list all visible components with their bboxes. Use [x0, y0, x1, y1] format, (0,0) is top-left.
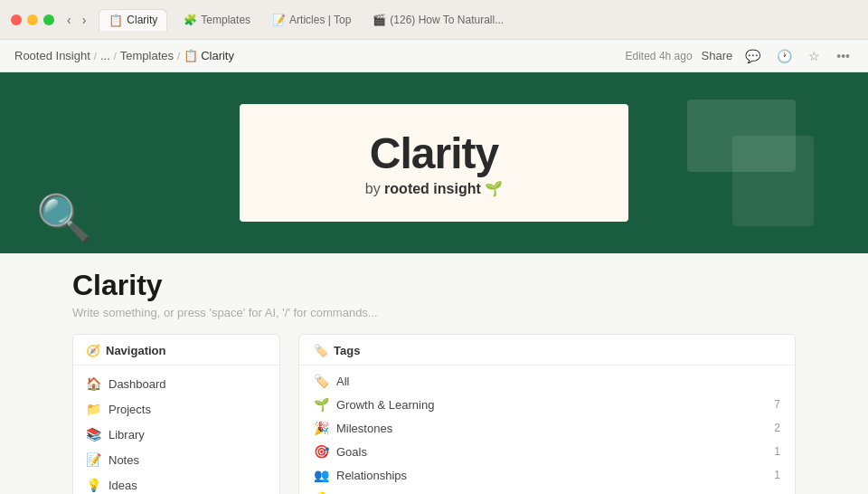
- page-title: Clarity: [72, 268, 796, 302]
- nav-ideas-label: Ideas: [108, 479, 267, 492]
- chat-icon[interactable]: 💬: [741, 47, 764, 65]
- forward-button[interactable]: ›: [80, 13, 89, 27]
- tab-video[interactable]: 🎬 (126) How To Naturall...: [363, 10, 513, 30]
- tags-header-icon: 🏷️: [314, 344, 328, 357]
- projects-icon: 📁: [86, 402, 101, 416]
- close-button[interactable]: [11, 14, 22, 25]
- tag-row-relationships[interactable]: 👥 Relationships 1: [299, 463, 795, 487]
- growth-tag-icon: 🌱: [314, 397, 329, 412]
- breadcrumb-current-icon: 📋: [184, 49, 198, 62]
- relationships-tag-count: 1: [766, 469, 780, 481]
- nav-item-projects[interactable]: 📁 Projects ⚙: [73, 396, 279, 422]
- breadcrumb-current: 📋 Clarity: [184, 49, 234, 62]
- breadcrumb-current-label: Clarity: [201, 49, 234, 62]
- nav-item-ideas[interactable]: 💡 Ideas: [73, 472, 279, 494]
- nav-dashboard-label: Dashboard: [108, 377, 267, 391]
- video-tab-icon: 🎬: [373, 14, 386, 26]
- navigation-items: 🏠 Dashboard 📁 Projects ⚙ 📚 Library 📝 Not…: [73, 366, 279, 494]
- milestones-tag-icon: 🎉: [314, 421, 329, 435]
- star-icon[interactable]: ☆: [805, 47, 824, 65]
- other-tabs: 🧩 Templates 📝 Articles | Top 🎬 (126) How…: [175, 10, 513, 30]
- edited-timestamp: Edited 4h ago: [626, 50, 693, 62]
- traffic-lights: [11, 14, 54, 25]
- nav-item-notes[interactable]: 📝 Notes: [73, 447, 279, 472]
- breadcrumb-rooted-insight[interactable]: Rooted Insight: [14, 49, 90, 62]
- milestones-tag-count: 2: [766, 422, 780, 434]
- articles-tab-icon: 📝: [272, 14, 286, 26]
- tab-icon: 📋: [108, 14, 123, 27]
- library-icon: 📚: [86, 427, 101, 442]
- tag-row-goals[interactable]: 🎯 Goals 1: [299, 440, 795, 463]
- cover-subtitle-pre: by: [365, 181, 384, 196]
- growth-tag-label: Growth & Learning: [336, 398, 766, 412]
- page-title-area: Clarity Write something, or press 'space…: [72, 253, 796, 323]
- templates-tab-icon: 🧩: [184, 14, 197, 26]
- navigation-header: 🧭 Navigation: [73, 335, 279, 366]
- breadcrumb: Rooted Insight / ... / Templates / 📋 Cla…: [14, 49, 234, 62]
- nav-item-library[interactable]: 📚 Library: [73, 422, 279, 447]
- tags-list: 🏷️ All 🌱 Growth & Learning 7 🎉 Milestone…: [299, 366, 795, 494]
- video-tab-label: (126) How To Naturall...: [390, 14, 504, 26]
- top-bar: Rooted Insight / ... / Templates / 📋 Cla…: [0, 40, 868, 72]
- breadcrumb-sep-2: /: [114, 51, 117, 62]
- navigation-header-label: Navigation: [106, 344, 165, 357]
- notes-icon: 📝: [86, 452, 101, 467]
- tags-header: 🏷️ Tags: [299, 335, 795, 366]
- magnifier-icon: 🔍: [36, 192, 92, 244]
- cover-brand: rooted insight: [384, 181, 481, 196]
- cover-subtitle: by rooted insight 🌱: [365, 180, 503, 197]
- milestones-tag-label: Milestones: [336, 422, 766, 435]
- breadcrumb-sep-3: /: [177, 51, 180, 62]
- ideas-icon: 💡: [86, 478, 101, 492]
- tags-block: 🏷️ Tags 🏷️ All 🌱 Growth & Learning 7 🎉 M…: [298, 334, 796, 494]
- share-button[interactable]: Share: [702, 49, 733, 62]
- goals-tag-icon: 🎯: [314, 444, 329, 459]
- navigation-block: 🧭 Navigation 🏠 Dashboard 📁 Projects ⚙ 📚 …: [72, 334, 280, 494]
- window-controls: ‹ ›: [65, 13, 88, 27]
- page-placeholder[interactable]: Write something, or press 'space' for AI…: [72, 306, 796, 319]
- goals-tag-label: Goals: [336, 445, 766, 459]
- relationships-tag-label: Relationships: [336, 469, 766, 482]
- growth-tag-count: 7: [766, 398, 780, 411]
- all-tag-label: All: [336, 375, 766, 388]
- cover-title: Clarity: [370, 128, 498, 178]
- all-tag-icon: 🏷️: [314, 374, 329, 388]
- tab-articles[interactable]: 📝 Articles | Top: [263, 10, 360, 30]
- two-column-layout: 🧭 Navigation 🏠 Dashboard 📁 Projects ⚙ 📚 …: [72, 334, 796, 494]
- dashboard-icon: 🏠: [86, 376, 101, 391]
- tag-row-all[interactable]: 🏷️ All: [299, 369, 795, 393]
- navigation-header-icon: 🧭: [86, 344, 100, 357]
- active-tab-label: Clarity: [127, 14, 157, 26]
- relationships-tag-icon: 👥: [314, 468, 329, 482]
- breadcrumb-ellipsis[interactable]: ...: [100, 49, 110, 62]
- tag-row-milestones[interactable]: 🎉 Milestones 2: [299, 416, 795, 440]
- page-content: Clarity Write something, or press 'space…: [0, 253, 868, 494]
- nav-notes-label: Notes: [108, 453, 267, 467]
- tag-row-ideas-insights[interactable]: 💡 Ideas & Insights 0: [299, 487, 795, 494]
- deco-rect-2: [732, 136, 814, 226]
- nav-library-label: Library: [108, 428, 267, 442]
- breadcrumb-sep-1: /: [94, 51, 97, 62]
- cover-leaf-icon: 🌱: [485, 181, 503, 196]
- active-tab[interactable]: 📋 Clarity: [99, 9, 167, 31]
- maximize-button[interactable]: [43, 14, 54, 25]
- tags-header-label: Tags: [334, 344, 360, 357]
- articles-tab-label: Articles | Top: [289, 14, 351, 26]
- cover-card: Clarity by rooted insight 🌱: [240, 104, 628, 222]
- goals-tag-count: 1: [766, 445, 780, 458]
- tag-row-growth[interactable]: 🌱 Growth & Learning 7: [299, 393, 795, 416]
- minimize-button[interactable]: [27, 14, 38, 25]
- cover-image: Clarity by rooted insight 🌱 🔍: [0, 72, 868, 253]
- more-options-icon[interactable]: •••: [833, 47, 854, 65]
- nav-projects-label: Projects: [108, 403, 250, 416]
- back-button[interactable]: ‹: [65, 13, 73, 27]
- clock-icon[interactable]: 🕐: [773, 47, 796, 65]
- breadcrumb-templates[interactable]: Templates: [120, 49, 174, 62]
- top-bar-right: Edited 4h ago Share 💬 🕐 ☆ •••: [626, 47, 854, 65]
- nav-item-dashboard[interactable]: 🏠 Dashboard: [73, 371, 279, 396]
- title-bar: ‹ › 📋 Clarity 🧩 Templates 📝 Articles | T…: [0, 0, 868, 40]
- templates-tab-label: Templates: [201, 14, 250, 26]
- tab-templates[interactable]: 🧩 Templates: [175, 10, 259, 30]
